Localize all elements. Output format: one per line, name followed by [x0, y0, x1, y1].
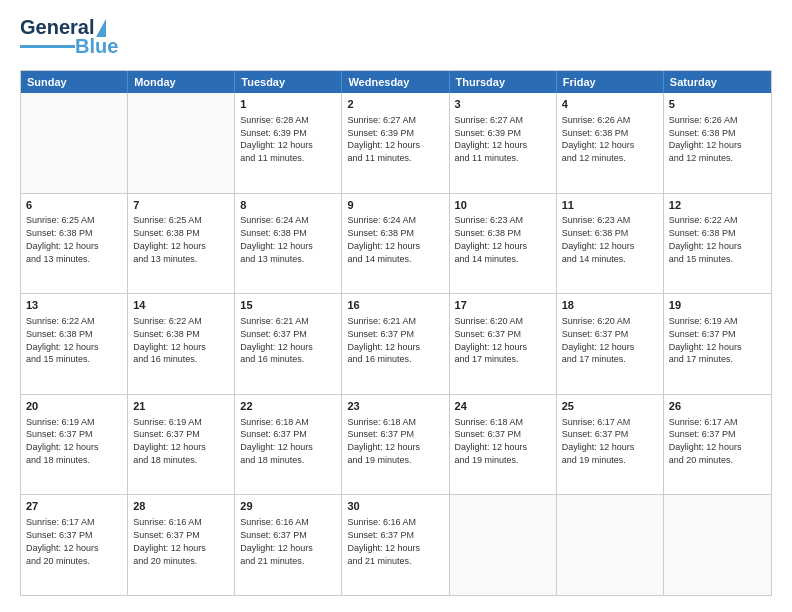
calendar-row: 6Sunrise: 6:25 AM Sunset: 6:38 PM Daylig… — [21, 193, 771, 294]
day-number: 4 — [562, 97, 658, 112]
day-info: Sunrise: 6:27 AM Sunset: 6:39 PM Dayligh… — [347, 115, 420, 163]
calendar-cell: 12Sunrise: 6:22 AM Sunset: 6:38 PM Dayli… — [664, 194, 771, 294]
day-number: 20 — [26, 399, 122, 414]
logo-underline — [20, 45, 75, 48]
calendar-cell: 3Sunrise: 6:27 AM Sunset: 6:39 PM Daylig… — [450, 93, 557, 193]
calendar-cell: 11Sunrise: 6:23 AM Sunset: 6:38 PM Dayli… — [557, 194, 664, 294]
day-info: Sunrise: 6:16 AM Sunset: 6:37 PM Dayligh… — [347, 517, 420, 565]
calendar-cell: 16Sunrise: 6:21 AM Sunset: 6:37 PM Dayli… — [342, 294, 449, 394]
day-number: 7 — [133, 198, 229, 213]
day-number: 10 — [455, 198, 551, 213]
day-number: 5 — [669, 97, 766, 112]
day-number: 14 — [133, 298, 229, 313]
day-info: Sunrise: 6:16 AM Sunset: 6:37 PM Dayligh… — [240, 517, 313, 565]
calendar-row: 1Sunrise: 6:28 AM Sunset: 6:39 PM Daylig… — [21, 93, 771, 193]
calendar-cell — [557, 495, 664, 595]
day-info: Sunrise: 6:22 AM Sunset: 6:38 PM Dayligh… — [26, 316, 99, 364]
day-number: 26 — [669, 399, 766, 414]
calendar-day-header: Monday — [128, 71, 235, 93]
calendar-cell: 10Sunrise: 6:23 AM Sunset: 6:38 PM Dayli… — [450, 194, 557, 294]
day-info: Sunrise: 6:18 AM Sunset: 6:37 PM Dayligh… — [455, 417, 528, 465]
day-number: 29 — [240, 499, 336, 514]
calendar-cell — [664, 495, 771, 595]
calendar-cell: 29Sunrise: 6:16 AM Sunset: 6:37 PM Dayli… — [235, 495, 342, 595]
calendar-cell: 13Sunrise: 6:22 AM Sunset: 6:38 PM Dayli… — [21, 294, 128, 394]
calendar-cell: 1Sunrise: 6:28 AM Sunset: 6:39 PM Daylig… — [235, 93, 342, 193]
day-number: 16 — [347, 298, 443, 313]
calendar-day-header: Tuesday — [235, 71, 342, 93]
calendar-cell — [450, 495, 557, 595]
day-number: 25 — [562, 399, 658, 414]
day-number: 6 — [26, 198, 122, 213]
day-info: Sunrise: 6:28 AM Sunset: 6:39 PM Dayligh… — [240, 115, 313, 163]
logo: General Blue — [20, 16, 118, 58]
day-number: 3 — [455, 97, 551, 112]
calendar-cell: 7Sunrise: 6:25 AM Sunset: 6:38 PM Daylig… — [128, 194, 235, 294]
day-number: 18 — [562, 298, 658, 313]
calendar: SundayMondayTuesdayWednesdayThursdayFrid… — [20, 70, 772, 596]
day-number: 19 — [669, 298, 766, 313]
day-number: 1 — [240, 97, 336, 112]
day-number: 24 — [455, 399, 551, 414]
calendar-day-header: Sunday — [21, 71, 128, 93]
calendar-day-header: Thursday — [450, 71, 557, 93]
day-info: Sunrise: 6:20 AM Sunset: 6:37 PM Dayligh… — [562, 316, 635, 364]
day-number: 8 — [240, 198, 336, 213]
calendar-cell: 21Sunrise: 6:19 AM Sunset: 6:37 PM Dayli… — [128, 395, 235, 495]
day-info: Sunrise: 6:26 AM Sunset: 6:38 PM Dayligh… — [669, 115, 742, 163]
calendar-cell — [128, 93, 235, 193]
calendar-cell: 27Sunrise: 6:17 AM Sunset: 6:37 PM Dayli… — [21, 495, 128, 595]
day-info: Sunrise: 6:23 AM Sunset: 6:38 PM Dayligh… — [562, 215, 635, 263]
logo-triangle-icon — [96, 19, 106, 37]
calendar-cell: 17Sunrise: 6:20 AM Sunset: 6:37 PM Dayli… — [450, 294, 557, 394]
day-info: Sunrise: 6:25 AM Sunset: 6:38 PM Dayligh… — [133, 215, 206, 263]
day-info: Sunrise: 6:19 AM Sunset: 6:37 PM Dayligh… — [26, 417, 99, 465]
calendar-cell: 8Sunrise: 6:24 AM Sunset: 6:38 PM Daylig… — [235, 194, 342, 294]
calendar-cell — [21, 93, 128, 193]
day-number: 11 — [562, 198, 658, 213]
day-info: Sunrise: 6:18 AM Sunset: 6:37 PM Dayligh… — [240, 417, 313, 465]
day-info: Sunrise: 6:17 AM Sunset: 6:37 PM Dayligh… — [26, 517, 99, 565]
calendar-cell: 19Sunrise: 6:19 AM Sunset: 6:37 PM Dayli… — [664, 294, 771, 394]
day-info: Sunrise: 6:16 AM Sunset: 6:37 PM Dayligh… — [133, 517, 206, 565]
calendar-day-header: Wednesday — [342, 71, 449, 93]
calendar-cell: 15Sunrise: 6:21 AM Sunset: 6:37 PM Dayli… — [235, 294, 342, 394]
day-number: 9 — [347, 198, 443, 213]
calendar-cell: 25Sunrise: 6:17 AM Sunset: 6:37 PM Dayli… — [557, 395, 664, 495]
day-info: Sunrise: 6:17 AM Sunset: 6:37 PM Dayligh… — [562, 417, 635, 465]
calendar-cell: 30Sunrise: 6:16 AM Sunset: 6:37 PM Dayli… — [342, 495, 449, 595]
day-number: 21 — [133, 399, 229, 414]
calendar-cell: 24Sunrise: 6:18 AM Sunset: 6:37 PM Dayli… — [450, 395, 557, 495]
day-info: Sunrise: 6:24 AM Sunset: 6:38 PM Dayligh… — [347, 215, 420, 263]
day-number: 23 — [347, 399, 443, 414]
calendar-day-header: Saturday — [664, 71, 771, 93]
calendar-cell: 5Sunrise: 6:26 AM Sunset: 6:38 PM Daylig… — [664, 93, 771, 193]
calendar-cell: 2Sunrise: 6:27 AM Sunset: 6:39 PM Daylig… — [342, 93, 449, 193]
calendar-cell: 14Sunrise: 6:22 AM Sunset: 6:38 PM Dayli… — [128, 294, 235, 394]
calendar-cell: 9Sunrise: 6:24 AM Sunset: 6:38 PM Daylig… — [342, 194, 449, 294]
page: General Blue SundayMondayTuesdayWednesda… — [0, 0, 792, 612]
calendar-row: 27Sunrise: 6:17 AM Sunset: 6:37 PM Dayli… — [21, 494, 771, 595]
calendar-cell: 20Sunrise: 6:19 AM Sunset: 6:37 PM Dayli… — [21, 395, 128, 495]
day-info: Sunrise: 6:19 AM Sunset: 6:37 PM Dayligh… — [669, 316, 742, 364]
day-number: 17 — [455, 298, 551, 313]
day-number: 30 — [347, 499, 443, 514]
day-number: 2 — [347, 97, 443, 112]
day-info: Sunrise: 6:22 AM Sunset: 6:38 PM Dayligh… — [669, 215, 742, 263]
header: General Blue — [20, 16, 772, 58]
calendar-cell: 18Sunrise: 6:20 AM Sunset: 6:37 PM Dayli… — [557, 294, 664, 394]
calendar-body: 1Sunrise: 6:28 AM Sunset: 6:39 PM Daylig… — [21, 93, 771, 595]
day-info: Sunrise: 6:18 AM Sunset: 6:37 PM Dayligh… — [347, 417, 420, 465]
day-info: Sunrise: 6:21 AM Sunset: 6:37 PM Dayligh… — [347, 316, 420, 364]
day-info: Sunrise: 6:25 AM Sunset: 6:38 PM Dayligh… — [26, 215, 99, 263]
day-number: 28 — [133, 499, 229, 514]
calendar-cell: 22Sunrise: 6:18 AM Sunset: 6:37 PM Dayli… — [235, 395, 342, 495]
logo-blue: Blue — [75, 35, 118, 58]
day-info: Sunrise: 6:26 AM Sunset: 6:38 PM Dayligh… — [562, 115, 635, 163]
calendar-cell: 4Sunrise: 6:26 AM Sunset: 6:38 PM Daylig… — [557, 93, 664, 193]
calendar-cell: 26Sunrise: 6:17 AM Sunset: 6:37 PM Dayli… — [664, 395, 771, 495]
day-info: Sunrise: 6:23 AM Sunset: 6:38 PM Dayligh… — [455, 215, 528, 263]
day-info: Sunrise: 6:17 AM Sunset: 6:37 PM Dayligh… — [669, 417, 742, 465]
calendar-cell: 28Sunrise: 6:16 AM Sunset: 6:37 PM Dayli… — [128, 495, 235, 595]
day-info: Sunrise: 6:22 AM Sunset: 6:38 PM Dayligh… — [133, 316, 206, 364]
